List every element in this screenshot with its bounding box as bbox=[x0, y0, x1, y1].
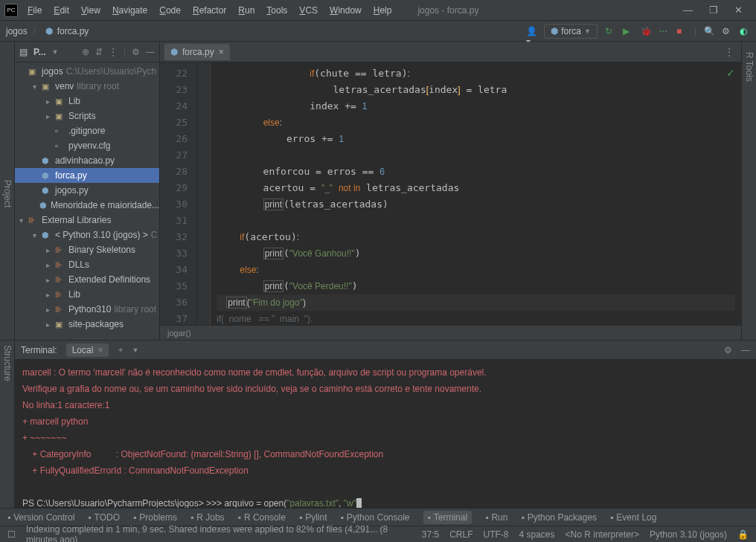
chevron-down-icon[interactable]: ▼ bbox=[132, 346, 138, 354]
tool-version-control[interactable]: ▪ Version Control bbox=[7, 512, 74, 523]
tool-problems[interactable]: ▪ Problems bbox=[133, 512, 177, 523]
tab-more-icon[interactable]: ⋮ bbox=[725, 47, 741, 57]
tool-r-console[interactable]: ▪ R Console bbox=[238, 512, 286, 523]
inspection-ok-icon[interactable]: ✓ bbox=[726, 67, 735, 79]
close-icon[interactable]: × bbox=[97, 345, 103, 355]
menu-navigate[interactable]: Navigate bbox=[107, 3, 153, 18]
main-menu: FileEditViewNavigateCodeRefactorRunTools… bbox=[22, 3, 397, 18]
status-icon: ☐ bbox=[7, 529, 16, 540]
editor-crumb-bar[interactable]: jogar() bbox=[160, 325, 741, 340]
tool-python-packages[interactable]: ▪ Python Packages bbox=[521, 512, 597, 523]
r-interpreter[interactable]: <No R interpreter> bbox=[566, 529, 639, 540]
menu-help[interactable]: Help bbox=[368, 3, 397, 18]
menu-tools[interactable]: Tools bbox=[261, 3, 292, 18]
tree-item-lib[interactable]: ▸⊪Lib bbox=[15, 287, 159, 302]
project-tool-button[interactable]: Project bbox=[1, 48, 14, 340]
menu-code[interactable]: Code bbox=[154, 3, 186, 18]
locate-icon[interactable]: ⊕ bbox=[82, 47, 89, 57]
run-config-selector[interactable]: ⬢ forca ▼ bbox=[544, 24, 598, 39]
hide-icon[interactable]: — bbox=[741, 345, 750, 355]
line-gutter: 22 23 24 25 26 27 28 29 30 31 32 33 34 3… bbox=[160, 62, 197, 325]
tree-item--gitignore[interactable]: ▫.gitignore bbox=[15, 123, 159, 138]
menu-window[interactable]: Window bbox=[324, 3, 367, 18]
python-interpreter[interactable]: Python 3.10 (jogos) bbox=[650, 529, 727, 540]
editor: ⬢ forca.py × ⋮ ✓ 22 23 24 25 26 27 28 29… bbox=[160, 42, 741, 340]
new-session-icon[interactable]: + bbox=[118, 345, 123, 355]
gear-icon[interactable]: ⚙ bbox=[132, 47, 140, 57]
reload-icon[interactable]: ↻ bbox=[605, 26, 615, 36]
cursor-pos[interactable]: 37:5 bbox=[422, 529, 439, 540]
window-controls: — ❐ ✕ bbox=[683, 4, 752, 16]
line-separator[interactable]: CRLF bbox=[449, 529, 472, 540]
r-tools-button[interactable]: R Tools bbox=[743, 48, 756, 340]
expand-icon[interactable]: ⇵ bbox=[95, 47, 103, 57]
tool-pylint[interactable]: ▪ Pylint bbox=[299, 512, 327, 523]
terminal-tab[interactable]: Local × bbox=[66, 343, 109, 357]
editor-tabs: ⬢ forca.py × ⋮ bbox=[160, 42, 741, 62]
tool-todo[interactable]: ▪ TODO bbox=[88, 512, 120, 523]
indent[interactable]: 4 spaces bbox=[519, 529, 555, 540]
run-icon[interactable]: ▶ bbox=[623, 26, 633, 36]
menu-vcs[interactable]: VCS bbox=[294, 3, 323, 18]
tree-item---python-3-10--jogos---[interactable]: ▾⬢< Python 3.10 (jogos) >C bbox=[15, 228, 159, 242]
tools-icon[interactable]: ◐ bbox=[740, 26, 750, 36]
folder-icon: ▤ bbox=[19, 47, 28, 57]
tool-event-log[interactable]: ▪ Event Log bbox=[610, 512, 656, 523]
tree-item-binary-skeletons[interactable]: ▸⊪Binary Skeletons bbox=[15, 242, 159, 257]
tool-r-jobs[interactable]: ▪ R Jobs bbox=[190, 512, 225, 523]
code-text[interactable]: if(chute == letra): letras_acertadas[ind… bbox=[211, 62, 741, 325]
debug-icon[interactable]: 🐞 bbox=[641, 26, 651, 36]
tree-item-menoridade-e-maioridade---[interactable]: ⬢Menoridade e maioridade... bbox=[15, 198, 159, 213]
code-area[interactable]: ✓ 22 23 24 25 26 27 28 29 30 31 32 33 34… bbox=[160, 62, 741, 325]
app-logo: PC bbox=[4, 4, 18, 17]
breadcrumb-sep: 〉 bbox=[32, 25, 41, 37]
user-icon[interactable]: 👤▾ bbox=[526, 26, 536, 36]
encoding[interactable]: UTF-8 bbox=[484, 529, 509, 540]
project-label: P... bbox=[33, 47, 45, 57]
settings-icon[interactable]: ⚙ bbox=[722, 26, 732, 36]
tree-item-dlls[interactable]: ▸⊪DLLs bbox=[15, 257, 159, 272]
menu-view[interactable]: View bbox=[76, 3, 106, 18]
tree-item-python310[interactable]: ▸⊪Python310library root bbox=[15, 302, 159, 317]
lock-icon[interactable]: 🔒 bbox=[737, 529, 749, 540]
terminal-header: Terminal: Local × + ▼ ⚙ — bbox=[15, 341, 756, 360]
status-bar: ☐ Indexing completed in 1 min, 9 sec. Sh… bbox=[0, 526, 756, 542]
search-icon[interactable]: 🔍 bbox=[704, 26, 714, 36]
breadcrumb-file[interactable]: forca.py bbox=[57, 26, 89, 36]
gear-icon[interactable]: ⚙ bbox=[724, 345, 732, 355]
menu-edit[interactable]: Edit bbox=[48, 3, 74, 18]
tree-item-jogos-py[interactable]: ⬢jogos.py bbox=[15, 183, 159, 198]
terminal-output[interactable]: marcell : O termo 'marcell' não é reconh… bbox=[15, 360, 756, 508]
tree-item-jogos[interactable]: ▣jogosC:\Users\Usuario\Pych bbox=[15, 64, 159, 79]
tree-item-forca-py[interactable]: ⬢forca.py bbox=[15, 168, 159, 183]
tree-item-scripts[interactable]: ▸▣Scripts bbox=[15, 109, 159, 123]
maximize-button[interactable]: ❐ bbox=[709, 4, 718, 16]
tool-icon: ▪ bbox=[7, 512, 10, 523]
more-run-icon[interactable]: ⋯ bbox=[659, 26, 669, 36]
editor-tab[interactable]: ⬢ forca.py × bbox=[164, 44, 230, 60]
tool-terminal[interactable]: ▪ Terminal bbox=[423, 511, 472, 524]
chevron-down-icon[interactable]: ▼ bbox=[51, 48, 58, 56]
tool-python-console[interactable]: ▪ Python Console bbox=[341, 512, 410, 523]
close-tab-icon[interactable]: × bbox=[219, 47, 224, 57]
menu-file[interactable]: File bbox=[22, 3, 47, 18]
structure-tool-button[interactable]: Structure bbox=[1, 341, 14, 508]
minimize-button[interactable]: — bbox=[683, 4, 693, 16]
bookmarks-tool-button[interactable]: Bookmarks bbox=[0, 341, 1, 508]
chevron-down-icon: ▼ bbox=[584, 28, 591, 35]
breadcrumb-root[interactable]: jogos bbox=[6, 26, 28, 36]
tree-item-venv[interactable]: ▾▣venvlibrary root bbox=[15, 79, 159, 94]
tree-item-external-libraries[interactable]: ▾⊪External Libraries bbox=[15, 213, 159, 228]
hide-icon[interactable]: — bbox=[146, 47, 155, 57]
tree-item-extended-definitions[interactable]: ▸⊪Extended Definitions bbox=[15, 272, 159, 287]
tool-run[interactable]: ▪ Run bbox=[485, 512, 507, 523]
close-button[interactable]: ✕ bbox=[734, 4, 743, 16]
stop-icon[interactable]: ■ bbox=[676, 26, 687, 36]
tree-item-lib[interactable]: ▸▣Lib bbox=[15, 94, 159, 109]
tree-item-site-packages[interactable]: ▸▣site-packages bbox=[15, 317, 159, 332]
tree-item-pyvenv-cfg[interactable]: ▫pyvenv.cfg bbox=[15, 138, 159, 153]
menu-refactor[interactable]: Refactor bbox=[188, 3, 231, 18]
menu-run[interactable]: Run bbox=[233, 3, 260, 18]
collapse-icon[interactable]: ⋮ bbox=[109, 47, 118, 57]
tree-item-adivinhacao-py[interactable]: ⬢adivinhacao.py bbox=[15, 153, 159, 168]
